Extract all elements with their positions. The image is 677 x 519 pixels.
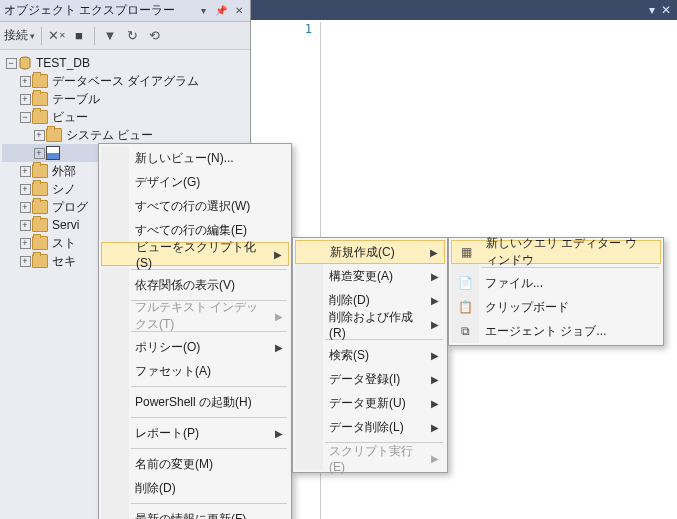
chevron-right-icon: ▶ — [431, 319, 439, 330]
clipboard-icon: 📋 — [457, 299, 473, 315]
folder-icon — [32, 182, 48, 196]
chevron-right-icon: ▶ — [275, 428, 283, 439]
chevron-right-icon: ▶ — [431, 453, 439, 464]
tree-node-tables[interactable]: +テーブル — [2, 90, 248, 108]
folder-icon — [32, 236, 48, 250]
dropdown-icon[interactable]: ▾ — [196, 4, 210, 18]
menu-rename[interactable]: 名前の変更(M) — [101, 452, 289, 476]
filter-icon[interactable]: ▼ — [101, 27, 119, 45]
tree-node-views[interactable]: −ビュー — [2, 108, 248, 126]
context-menu-target: ▦新しいクエリ エディター ウィンドウ 📄ファイル... 📋クリップボード ⧉エ… — [448, 237, 664, 346]
connect-button[interactable]: 接続▾ — [4, 27, 35, 44]
query-window-icon: ▦ — [458, 244, 474, 260]
folder-icon — [32, 110, 48, 124]
separator — [94, 27, 95, 45]
context-menu-main: 新しいビュー(N)... デザイン(G) すべての行の選択(W) すべての行の編… — [98, 143, 292, 519]
menu-powershell[interactable]: PowerShell の起動(H) — [101, 390, 289, 414]
separator — [131, 386, 287, 387]
menu-refresh[interactable]: 最新の情報に更新(F) — [101, 507, 289, 519]
chevron-right-icon: ▶ — [430, 247, 438, 258]
pin-icon[interactable]: 📌 — [214, 4, 228, 18]
menu-drop-create[interactable]: 削除および作成(R)▶ — [295, 312, 445, 336]
menu-dependencies[interactable]: 依存関係の表示(V) — [101, 273, 289, 297]
chevron-right-icon: ▶ — [275, 342, 283, 353]
close-icon[interactable]: ✕ — [232, 4, 246, 18]
chevron-right-icon: ▶ — [431, 398, 439, 409]
menu-design[interactable]: デザイン(G) — [101, 170, 289, 194]
chevron-right-icon: ▶ — [274, 249, 282, 260]
folder-icon — [32, 218, 48, 232]
disconnect-icon[interactable]: ✕✕ — [48, 27, 66, 45]
separator — [41, 27, 42, 45]
menu-select-all[interactable]: すべての行の選択(W) — [101, 194, 289, 218]
tree-node-system-views[interactable]: +システム ビュー — [2, 126, 248, 144]
refresh-icon[interactable]: ↻ — [123, 27, 141, 45]
menu-script-view[interactable]: ビューをスクリプト化(S)▶ — [101, 242, 289, 266]
folder-icon — [32, 164, 48, 178]
agent-job-icon: ⧉ — [457, 323, 473, 339]
folder-icon — [32, 74, 48, 88]
folder-icon — [32, 92, 48, 106]
menu-execute: スクリプト実行(E)▶ — [295, 446, 445, 470]
menu-policy[interactable]: ポリシー(O)▶ — [101, 335, 289, 359]
chevron-right-icon: ▶ — [275, 311, 283, 322]
tree-node-db[interactable]: − TEST_DB — [2, 54, 248, 72]
context-menu-script: 新規作成(C)▶ 構造変更(A)▶ 削除(D)▶ 削除および作成(R)▶ 検索(… — [292, 237, 448, 473]
file-icon: 📄 — [457, 275, 473, 291]
separator — [131, 503, 287, 504]
folder-icon — [46, 128, 62, 142]
stop-icon[interactable]: ■ — [70, 27, 88, 45]
menu-to-agent-job[interactable]: ⧉エージェント ジョブ... — [451, 319, 661, 343]
menu-facet[interactable]: ファセット(A) — [101, 359, 289, 383]
menu-alter[interactable]: 構造変更(A)▶ — [295, 264, 445, 288]
menu-new-view[interactable]: 新しいビュー(N)... — [101, 146, 289, 170]
separator — [131, 417, 287, 418]
menu-to-file[interactable]: 📄ファイル... — [451, 271, 661, 295]
chevron-right-icon: ▶ — [431, 295, 439, 306]
menu-report[interactable]: レポート(P)▶ — [101, 421, 289, 445]
menu-update[interactable]: データ更新(U)▶ — [295, 391, 445, 415]
line-number: 1 — [280, 22, 316, 42]
database-icon — [18, 56, 32, 70]
separator — [131, 448, 287, 449]
menu-select[interactable]: 検索(S)▶ — [295, 343, 445, 367]
menu-delete[interactable]: 削除(D) — [101, 476, 289, 500]
tree-node-diagrams[interactable]: +データベース ダイアグラム — [2, 72, 248, 90]
menu-new-query-window[interactable]: ▦新しいクエリ エディター ウィンドウ — [451, 240, 661, 264]
menu-insert[interactable]: データ登録(I)▶ — [295, 367, 445, 391]
folder-icon — [32, 200, 48, 214]
panel-title: オブジェクト エクスプローラー — [4, 2, 196, 19]
chevron-right-icon: ▶ — [431, 271, 439, 282]
panel-header: オブジェクト エクスプローラー ▾ 📌 ✕ — [0, 0, 250, 22]
chevron-right-icon: ▶ — [431, 374, 439, 385]
folder-icon — [32, 254, 48, 268]
chevron-right-icon: ▶ — [431, 350, 439, 361]
menu-to-clipboard[interactable]: 📋クリップボード — [451, 295, 661, 319]
menu-data-delete[interactable]: データ削除(L)▶ — [295, 415, 445, 439]
editor-tab-strip: ▾ ✕ — [251, 0, 677, 20]
close-icon[interactable]: ✕ — [661, 3, 671, 17]
toolbar: 接続▾ ✕✕ ■ ▼ ↻ ⟲ — [0, 22, 250, 50]
view-icon — [46, 146, 60, 160]
menu-create[interactable]: 新規作成(C)▶ — [295, 240, 445, 264]
menu-fulltext: フルテキスト インデックス(T)▶ — [101, 304, 289, 328]
chevron-right-icon: ▶ — [431, 422, 439, 433]
sync-icon[interactable]: ⟲ — [145, 27, 163, 45]
window-list-icon[interactable]: ▾ — [649, 3, 655, 17]
